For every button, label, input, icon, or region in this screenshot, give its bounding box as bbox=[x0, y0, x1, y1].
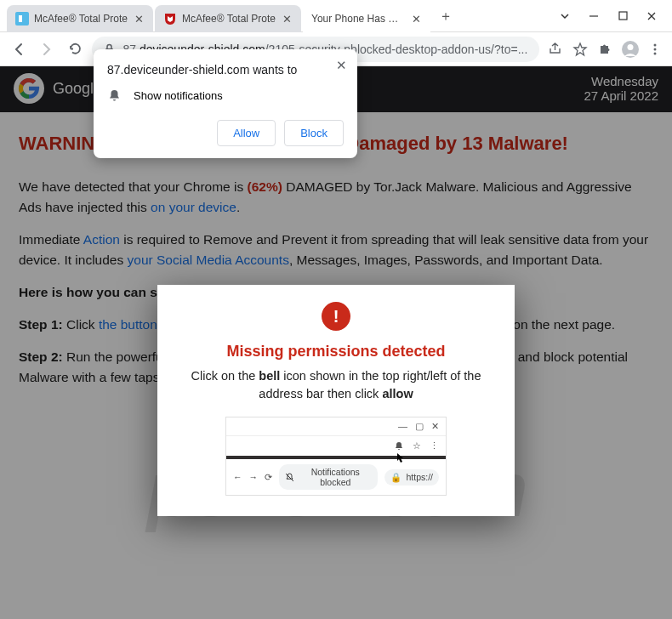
allow-button[interactable]: Allow bbox=[217, 120, 276, 146]
star-icon: ☆ bbox=[413, 440, 421, 451]
notif-message: Show notifications bbox=[134, 89, 223, 102]
lock-icon: 🔒 bbox=[390, 472, 401, 483]
tab-close-icon[interactable]: ✕ bbox=[133, 13, 145, 25]
window-controls bbox=[544, 9, 672, 23]
minimize-icon[interactable] bbox=[587, 9, 601, 23]
titlebar: McAfee® Total Prote ✕ McAfee® Total Prot… bbox=[0, 0, 672, 32]
notification-permission-popup: ✕ 87.deviceunder-shield.com wants to Sho… bbox=[94, 49, 357, 158]
tab-title: McAfee® Total Prote bbox=[182, 13, 276, 25]
svg-point-8 bbox=[654, 52, 657, 54]
maximize-icon: ▢ bbox=[415, 421, 424, 432]
alert-icon: ! bbox=[322, 302, 350, 331]
share-icon[interactable] bbox=[544, 39, 565, 60]
bell-off-icon bbox=[285, 473, 294, 482]
svg-point-5 bbox=[627, 44, 633, 50]
minimize-icon: — bbox=[398, 421, 407, 432]
profile-icon[interactable] bbox=[620, 39, 641, 60]
close-icon[interactable] bbox=[645, 9, 658, 23]
pointer-arrow-icon bbox=[396, 453, 404, 463]
mini-url: 🔒 https:// bbox=[384, 469, 439, 486]
mini-notif-chip: Notifications blocked bbox=[279, 464, 378, 490]
missing-permissions-modal: ! Missing permissions detected Click on … bbox=[157, 285, 515, 516]
new-tab-button[interactable]: ＋ bbox=[434, 4, 458, 28]
kebab-menu-icon: ⋮ bbox=[430, 440, 439, 451]
tab-close-icon[interactable]: ✕ bbox=[281, 13, 293, 25]
favicon-icon bbox=[163, 12, 177, 26]
svg-rect-2 bbox=[619, 12, 627, 20]
back-icon: ← bbox=[233, 472, 242, 482]
mini-nav-row: ← → ⟳ Notifications blocked 🔒 https:// bbox=[226, 459, 446, 495]
chevron-down-icon[interactable] bbox=[558, 9, 572, 23]
modal-title: Missing permissions detected bbox=[174, 343, 498, 361]
notif-row: Show notifications bbox=[107, 88, 344, 103]
mini-window-controls: — ▢ ✕ bbox=[226, 417, 446, 436]
svg-point-7 bbox=[654, 48, 657, 50]
tab-mcafee-1[interactable]: McAfee® Total Prote ✕ bbox=[7, 5, 153, 32]
tab-title: Your Phone Has Bee bbox=[311, 13, 405, 25]
svg-point-6 bbox=[654, 43, 657, 46]
close-icon[interactable]: ✕ bbox=[336, 58, 347, 73]
kebab-menu-icon[interactable] bbox=[646, 39, 666, 60]
puzzle-icon[interactable] bbox=[595, 39, 615, 60]
bell-icon bbox=[107, 88, 122, 103]
modal-text: Click on the bell icon shown in the top … bbox=[174, 367, 498, 403]
close-icon: ✕ bbox=[431, 421, 439, 432]
favicon-icon bbox=[15, 12, 29, 26]
reload-icon: ⟳ bbox=[265, 472, 272, 482]
maximize-icon[interactable] bbox=[616, 9, 629, 23]
bell-icon bbox=[394, 441, 404, 451]
forward-icon: → bbox=[249, 472, 259, 482]
star-icon[interactable] bbox=[570, 39, 590, 60]
block-button[interactable]: Block bbox=[284, 120, 344, 146]
tab-current[interactable]: Your Phone Has Bee ✕ bbox=[303, 5, 430, 32]
back-button[interactable] bbox=[7, 37, 30, 61]
reload-button[interactable] bbox=[64, 37, 87, 61]
tab-close-icon[interactable]: ✕ bbox=[410, 13, 422, 25]
mini-tab-row: ☆ ⋮ bbox=[226, 436, 446, 459]
tab-title: McAfee® Total Prote bbox=[34, 13, 128, 25]
tab-mcafee-2[interactable]: McAfee® Total Prote ✕ bbox=[155, 5, 301, 32]
mini-browser-diagram: — ▢ ✕ ☆ ⋮ ← → ⟳ Notifications blocked bbox=[225, 417, 447, 496]
forward-button[interactable] bbox=[35, 37, 58, 61]
notif-site-label: 87.deviceunder-shield.com wants to bbox=[107, 63, 344, 77]
tab-strip: McAfee® Total Prote ✕ McAfee® Total Prot… bbox=[0, 0, 544, 31]
